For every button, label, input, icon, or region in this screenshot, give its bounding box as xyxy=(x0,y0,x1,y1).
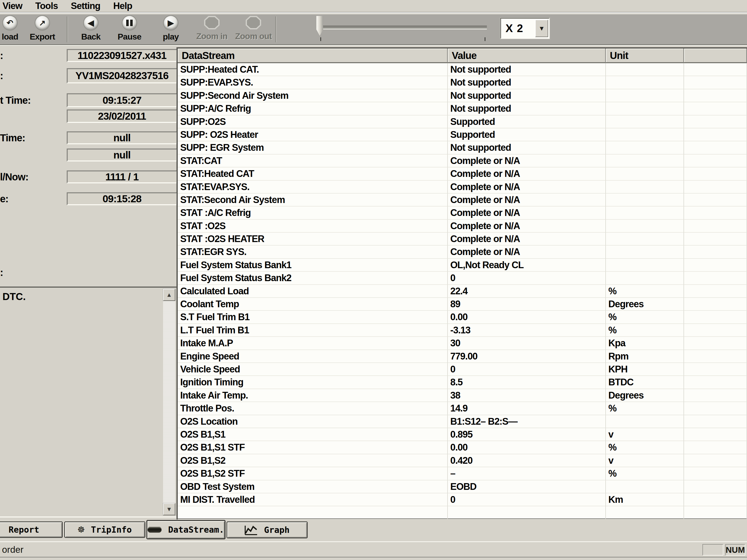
dtc-scrollbar[interactable]: ▲ ▼ xyxy=(163,289,175,515)
pause-button[interactable]: Pause xyxy=(109,16,149,44)
table-row[interactable]: STAT:Heated CATComplete or N/A xyxy=(178,167,747,180)
table-row[interactable]: STAT :O2SComplete or N/A xyxy=(178,220,747,233)
table-row[interactable]: O2S B1,S20.420v xyxy=(178,454,747,467)
table-row[interactable]: STAT:CATComplete or N/A xyxy=(178,155,747,167)
value-cell: 0.00 xyxy=(448,311,606,324)
empty-cell xyxy=(684,259,747,272)
dtc-list-box[interactable]: DTC. ▲ ▼ xyxy=(0,287,178,517)
table-row[interactable]: O2S B1,S10.895v xyxy=(178,428,747,441)
datastream-name-cell: SUPP:EVAP.SYS. xyxy=(178,76,448,89)
unit-cell xyxy=(606,272,684,285)
table-row[interactable]: Intake Air Temp.38Degrees xyxy=(178,389,747,402)
datastream-name-cell: STAT:EGR SYS. xyxy=(178,245,448,259)
zoom-out-button: Zoom out xyxy=(233,16,273,44)
column-header-datastream[interactable]: DataStream xyxy=(178,49,448,63)
scroll-up-icon[interactable]: ▲ xyxy=(163,289,175,301)
datastream-name-cell: SUPP: EGR System xyxy=(178,141,448,154)
tab-datastream[interactable]: DataStream. xyxy=(146,520,226,539)
table-row[interactable]: SUPP:EVAP.SYS.Not supported xyxy=(178,76,747,89)
value-cell: Complete or N/A xyxy=(448,207,606,219)
menu-setting[interactable]: Setting xyxy=(71,1,100,11)
menu-tools[interactable]: Tools xyxy=(35,1,58,11)
zoom-level-combo[interactable]: X 2 ▼ xyxy=(500,18,549,39)
table-row[interactable]: O2S Location B1:S12– B2:S— xyxy=(178,415,747,428)
column-header-unit[interactable]: Unit xyxy=(606,49,684,63)
table-row[interactable]: OBD Test SystemEOBD xyxy=(178,480,747,493)
pause-button-label: Pause xyxy=(109,32,149,42)
unit-cell xyxy=(606,128,684,141)
current-time-field: 09:15:28 xyxy=(67,192,177,205)
datastream-name-cell: SUPP:A/C Refrig xyxy=(178,102,448,115)
table-row[interactable]: SUPP:Heated CAT.Not supported xyxy=(178,63,747,76)
table-row[interactable]: Ignition Timing8.5BTDC xyxy=(178,376,747,389)
playback-slider-track[interactable] xyxy=(320,26,487,29)
table-row[interactable]: S.T Fuel Trim B10.00% xyxy=(178,311,747,324)
table-row[interactable]: Throttle Pos.14.9% xyxy=(178,402,747,415)
empty-cell xyxy=(684,181,747,193)
datastream-name-cell: SUPP:Heated CAT. xyxy=(178,63,448,76)
table-row[interactable]: MI DIST. Travelled0Km xyxy=(178,493,747,506)
table-row[interactable]: SUPP: EGR SystemNot supported xyxy=(178,141,747,154)
toolbar-separator xyxy=(275,17,276,42)
table-row[interactable]: STAT :O2S HEATERComplete or N/A xyxy=(178,233,747,245)
play-button[interactable]: ▶ play xyxy=(151,16,191,44)
table-row[interactable] xyxy=(178,506,747,519)
table-row[interactable]: Vehicle Speed0KPH xyxy=(178,363,747,376)
empty-cell xyxy=(684,155,747,167)
value-cell: Complete or N/A xyxy=(448,233,606,245)
menu-help[interactable]: Help xyxy=(113,1,132,11)
chevron-down-icon[interactable]: ▼ xyxy=(535,20,548,37)
table-row[interactable]: STAT:EGR SYS.Complete or N/A xyxy=(178,245,747,259)
export-button[interactable]: ↗ Export xyxy=(22,16,62,44)
column-header-value[interactable]: Value xyxy=(448,49,606,63)
dtc-list-text: DTC. xyxy=(2,291,26,302)
table-row[interactable]: SUPP:A/C RefrigNot supported xyxy=(178,102,747,115)
column-header-empty[interactable] xyxy=(684,49,747,63)
datastream-name-cell: MI DIST. Travelled xyxy=(178,493,448,506)
tab-graph[interactable]: Graph xyxy=(227,522,308,538)
unit-cell xyxy=(606,233,684,245)
table-row[interactable]: STAT:Second Air SystemComplete or N/A xyxy=(178,193,747,207)
unit-cell: % xyxy=(606,311,684,324)
value-cell: Not supported xyxy=(448,76,606,89)
table-row[interactable]: Engine Speed779.00Rpm xyxy=(178,350,747,363)
table-row[interactable]: Fuel System Status Bank1OL,Not Ready CL xyxy=(178,259,747,272)
table-row[interactable]: Coolant Temp89Degrees xyxy=(178,298,747,311)
empty-cell xyxy=(684,220,747,233)
back-button[interactable]: ◀ Back xyxy=(71,16,111,44)
end-date-field: null xyxy=(67,149,177,161)
table-row[interactable]: O2S B1,S2 STF–% xyxy=(178,467,747,480)
value-cell: Complete or N/A xyxy=(448,245,606,259)
value-cell: Complete or N/A xyxy=(448,181,606,193)
datastream-table: DataStream Value Unit SUPP:Heated CAT.No… xyxy=(177,47,747,519)
table-row[interactable]: SUPP: O2S HeaterSupported xyxy=(178,128,747,141)
unit-cell: % xyxy=(606,441,684,454)
table-row[interactable]: L.T Fuel Trim B1-3.13% xyxy=(178,324,747,337)
menu-view[interactable]: View xyxy=(2,1,22,11)
datastream-name-cell: Vehicle Speed xyxy=(178,363,448,376)
table-row[interactable]: Intake M.A.P30Kpa xyxy=(178,337,747,350)
value-cell: 0.420 xyxy=(448,454,606,467)
datastream-name-cell: Coolant Temp xyxy=(178,298,448,311)
empty-cell xyxy=(684,167,747,180)
table-row[interactable]: O2S B1,S1 STF0.00% xyxy=(178,441,747,454)
table-row[interactable]: SUPP:Second Air SystemNot supported xyxy=(178,89,747,102)
tab-report-label: Report xyxy=(9,525,39,535)
table-row[interactable]: SUPP:O2SSupported xyxy=(178,115,747,128)
scroll-down-icon[interactable]: ▼ xyxy=(163,503,175,515)
empty-cell xyxy=(684,76,747,89)
value-cell: B1:S12– B2:S— xyxy=(448,415,606,428)
value-cell: 14.9 xyxy=(448,402,606,415)
datastream-name-cell: SUPP:O2S xyxy=(178,115,448,128)
table-row[interactable]: STAT:EVAP.SYS.Complete or N/A xyxy=(178,181,747,193)
unit-cell: Degrees xyxy=(606,298,684,311)
start-time-field: 09:15:27 xyxy=(67,93,177,107)
table-row[interactable]: Fuel System Status Bank20 xyxy=(178,272,747,285)
datastream-name-cell: Engine Speed xyxy=(178,350,448,363)
datastream-name-cell: STAT :A/C Refrig xyxy=(178,207,448,219)
table-row[interactable]: STAT :A/C RefrigComplete or N/A xyxy=(178,207,747,219)
value-cell: 0.895 xyxy=(448,428,606,441)
tab-report[interactable]: Report xyxy=(0,522,63,538)
table-row[interactable]: Calculated Load22.4% xyxy=(178,285,747,298)
tab-tripinfo[interactable]: ☸ TripInfo xyxy=(64,522,145,538)
